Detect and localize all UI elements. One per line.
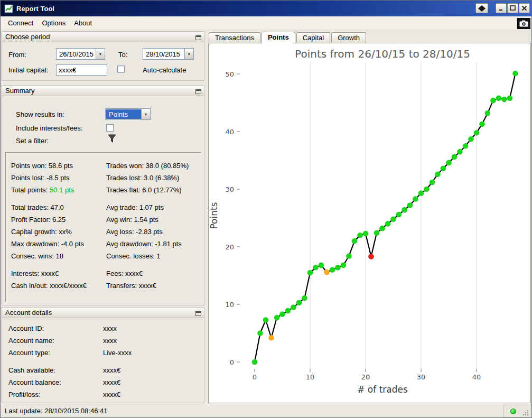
svg-text:30: 30 (225, 185, 234, 193)
tab-capital[interactable]: Capital (296, 32, 330, 43)
include-interests-label: Include interests/fees: (16, 124, 82, 132)
stat-item: Max drawdown: -4.0 pts (11, 238, 106, 250)
screenshot-button[interactable] (517, 18, 530, 29)
data-point (479, 122, 485, 127)
show-results-value: Points (106, 109, 141, 119)
stat-item: Cash in/out: xxxx€/xxxx€ (11, 280, 106, 292)
data-point (313, 265, 319, 271)
account-label: Account ID: (8, 322, 103, 335)
filter-button[interactable] (107, 134, 117, 145)
data-point (319, 263, 324, 268)
data-point (407, 202, 413, 208)
chart-title: Points from 26/10/15 to 28/10/15 (295, 48, 470, 60)
data-point (335, 265, 341, 271)
window-title: Report Tool (16, 5, 54, 13)
svg-text:40: 40 (225, 128, 234, 136)
panel-header-account-details[interactable]: Account details (2, 308, 204, 318)
panel-title-choose-period: Choose period (5, 33, 50, 41)
float-panel-icon (195, 310, 202, 317)
panel-title-summary: Summary (5, 87, 35, 95)
data-point (368, 254, 374, 259)
resize-grip-icon[interactable] (522, 410, 529, 416)
data-point (424, 187, 430, 192)
menu-about[interactable]: About (70, 17, 96, 29)
auto-calculate-label: Auto-calculate (143, 66, 186, 74)
from-date-select[interactable]: 26/10/2015 ▼ (56, 48, 105, 60)
data-point (357, 233, 363, 238)
tab-points[interactable]: Points (262, 32, 295, 44)
menu-connect[interactable]: Connect (4, 17, 38, 29)
stat-item: Transfers: xxxx€ (106, 280, 201, 292)
set-filter-label: Set a filter: (16, 137, 49, 145)
data-point (302, 295, 307, 301)
stat-item: Total trades: 47.0 (11, 201, 106, 213)
app-icon (4, 4, 13, 13)
panel-title-account-details: Account details (5, 309, 52, 317)
funnel-icon (107, 134, 117, 143)
chevron-down-icon[interactable]: ▼ (141, 109, 150, 119)
data-point (501, 97, 507, 103)
maximize-button[interactable] (507, 3, 518, 13)
data-point (402, 207, 407, 213)
include-interests-checkbox[interactable] (106, 124, 114, 132)
close-icon (521, 5, 528, 12)
minimize-icon (498, 5, 505, 12)
account-value: xxxx€ (103, 376, 204, 388)
data-point (496, 95, 502, 101)
data-point (446, 160, 452, 166)
svg-text:10: 10 (225, 301, 234, 309)
titlebar[interactable]: Report Tool (1, 1, 531, 16)
points-tab-page: 01020304050010203040Points from 26/10/15… (208, 43, 531, 403)
account-label: Cash available: (8, 364, 103, 376)
account-value: xxxx€ (103, 364, 204, 376)
minimize-button[interactable] (496, 3, 507, 13)
data-point (413, 196, 418, 202)
data-point (279, 311, 285, 317)
stat-item: Interests: xxxx€ (11, 267, 106, 280)
data-point (352, 238, 358, 244)
data-point (324, 270, 330, 275)
stat-item: Trades lost: 3.0 (6.38%) (106, 172, 201, 184)
svg-text:40: 40 (472, 373, 481, 381)
stat-item: Avg win: 1.54 pts (106, 213, 201, 226)
chevron-down-icon[interactable]: ▼ (96, 49, 105, 59)
maximize-icon (509, 5, 516, 12)
float-panel-button[interactable] (195, 33, 202, 40)
tab-transactions[interactable]: Transactions (209, 32, 260, 43)
float-panel-button[interactable] (195, 87, 202, 94)
tab-growth[interactable]: Growth (331, 32, 366, 43)
account-value: Live-xxxx (103, 347, 204, 359)
data-point (430, 180, 435, 185)
summary-stats: Points won: 58.6 ptsTrades won: 38.0 (80… (5, 152, 201, 302)
data-point (485, 110, 491, 116)
data-point (385, 221, 391, 227)
auto-calculate-checkbox[interactable] (117, 66, 125, 73)
to-date-select[interactable]: 28/10/2015 ▼ (143, 48, 194, 60)
panel-header-summary[interactable]: Summary (2, 86, 204, 96)
data-point (252, 359, 258, 365)
data-point (296, 300, 302, 305)
data-point (457, 149, 463, 155)
close-button[interactable] (519, 3, 530, 13)
data-point (396, 212, 402, 218)
svg-text:0: 0 (253, 373, 257, 381)
report-tool-window: Report Tool ConnectOptionsAbout Choose p… (0, 0, 532, 418)
show-results-label: Show results in: (16, 110, 64, 118)
y-axis-label: Points (209, 202, 219, 229)
dock-window-button[interactable] (475, 3, 488, 13)
account-label: Account type: (8, 347, 103, 359)
float-panel-button[interactable] (195, 309, 202, 316)
show-results-select[interactable]: Points ▼ (105, 108, 151, 120)
initial-capital-input[interactable] (56, 64, 107, 76)
menu-options[interactable]: Options (38, 17, 70, 29)
menubar: ConnectOptionsAbout (1, 16, 532, 30)
data-point (474, 130, 480, 136)
data-point (390, 216, 396, 222)
data-point (463, 143, 469, 149)
panel-choose-period: Choose period From: 26/10/2015 ▼ To: 28/… (2, 31, 204, 81)
chevron-down-icon[interactable]: ▼ (184, 49, 193, 59)
connection-status-cell (503, 405, 530, 417)
panel-header-choose-period[interactable]: Choose period (2, 32, 204, 42)
stat-item: Points lost: -8.5 pts (11, 172, 106, 184)
data-point (374, 230, 380, 236)
